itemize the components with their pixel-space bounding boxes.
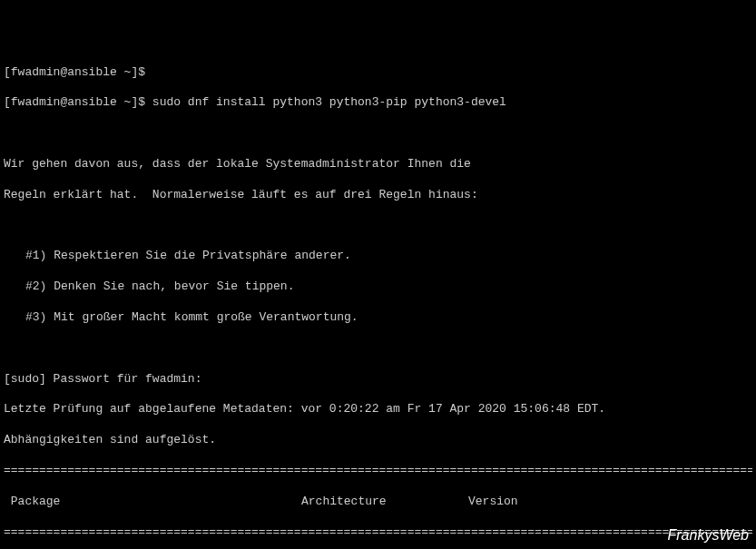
table-header: Package Architecture Version bbox=[4, 495, 752, 510]
sudo-password-prompt: [sudo] Passwort für fwadmin: bbox=[4, 372, 752, 387]
header-version: Version bbox=[468, 495, 752, 510]
divider-mid: ========================================… bbox=[4, 525, 752, 541]
sudo-intro-line2: Regeln erklärt hat. Normalerweise läuft … bbox=[4, 188, 752, 203]
header-package: Package bbox=[4, 495, 301, 510]
sudo-rule-3: #3) Mit großer Macht kommt große Verantw… bbox=[25, 310, 752, 326]
header-arch: Architecture bbox=[301, 495, 468, 510]
metadata-check-line: Letzte Prüfung auf abgelaufene Metadaten… bbox=[4, 402, 752, 417]
sudo-rule-1: #1) Respektieren Sie die Privatsphäre an… bbox=[25, 249, 752, 264]
prompt-line-empty: [fwadmin@ansible ~]$ bbox=[4, 65, 752, 81]
prompt-line-command: [fwadmin@ansible ~]$ sudo dnf install py… bbox=[4, 95, 752, 111]
sudo-intro-line1: Wir gehen davon aus, dass der lokale Sys… bbox=[4, 157, 752, 172]
watermark: FrankysWeb bbox=[667, 526, 749, 545]
divider-top: ========================================… bbox=[4, 464, 752, 479]
sudo-rule-2: #2) Denken Sie nach, bevor Sie tippen. bbox=[25, 279, 752, 295]
deps-resolved-line: Abhängigkeiten sind aufgelöst. bbox=[4, 433, 752, 448]
